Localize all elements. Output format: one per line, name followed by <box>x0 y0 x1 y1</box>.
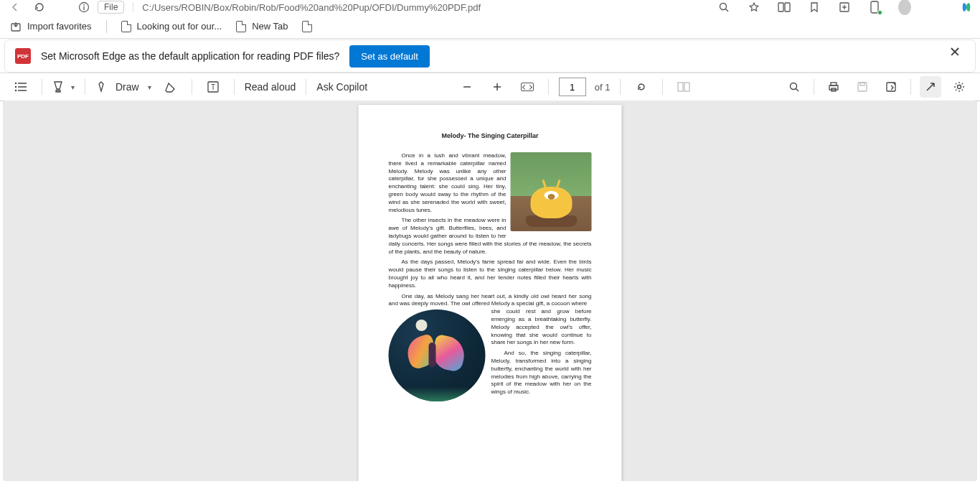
close-prompt-button[interactable] <box>945 46 965 66</box>
scheme-label: File <box>98 1 124 14</box>
page-icon <box>121 21 131 32</box>
close-icon <box>950 51 960 61</box>
separator <box>234 79 235 95</box>
profile-avatar[interactable] <box>898 1 911 14</box>
save-button[interactable] <box>852 76 873 98</box>
separator <box>42 79 42 95</box>
separator <box>548 79 549 95</box>
site-info-icon[interactable] <box>77 1 90 14</box>
svg-rect-31 <box>860 83 864 85</box>
save-as-button[interactable] <box>880 76 902 98</box>
svg-rect-30 <box>858 83 867 91</box>
pdf-page: Melody- The Singing Caterpillar Once in … <box>359 105 622 481</box>
favorite-label: New Tab <box>252 21 288 32</box>
svg-rect-5 <box>778 3 783 11</box>
favorite-link-1[interactable]: Looking out for our... <box>121 21 222 32</box>
svg-point-25 <box>791 83 797 90</box>
svg-line-4 <box>726 9 729 12</box>
page-icon <box>302 21 312 32</box>
svg-rect-28 <box>829 85 838 90</box>
collections-icon[interactable] <box>808 1 821 14</box>
page-icon <box>236 21 246 32</box>
pdf-default-prompt: PDF Set Microsoft Edge as the default ap… <box>4 39 976 73</box>
print-button[interactable] <box>823 76 844 98</box>
document-title: Melody- The Singing Caterpillar <box>389 132 592 139</box>
split-screen-icon[interactable] <box>778 1 791 14</box>
contents-button[interactable] <box>10 76 32 98</box>
set-default-button[interactable]: Set as default <box>349 45 430 68</box>
highlight-button[interactable]: ▾ <box>52 80 75 93</box>
svg-rect-6 <box>785 3 790 11</box>
svg-rect-2 <box>83 6 84 10</box>
pdf-icon: PDF <box>15 48 31 64</box>
favorite-label: Looking out for our... <box>137 21 222 32</box>
back-button[interactable] <box>9 1 22 14</box>
read-aloud-button[interactable]: Read aloud <box>245 81 296 93</box>
zoom-out-button[interactable] <box>456 76 478 98</box>
chevron-down-icon: ▾ <box>71 83 75 91</box>
svg-point-1 <box>83 4 85 6</box>
favorite-icon[interactable] <box>748 1 760 14</box>
page-view-button[interactable] <box>673 76 694 98</box>
svg-rect-24 <box>684 83 689 91</box>
browser-nav-bar: File C:/Users/ROBIN/Box/Robin/Rob/Food%2… <box>0 0 980 14</box>
draw-button[interactable]: Draw ▾ <box>95 80 151 93</box>
settings-button[interactable] <box>948 76 970 98</box>
extensions-icon[interactable] <box>838 1 851 14</box>
fit-width-button[interactable] <box>517 76 538 98</box>
import-favorites-label: Import favorites <box>27 21 92 32</box>
favorite-blank[interactable] <box>302 21 312 32</box>
separator <box>662 79 663 95</box>
svg-point-3 <box>720 4 727 10</box>
address-bar[interactable]: File C:/Users/ROBIN/Box/Robin/Rob/Food%2… <box>77 1 481 14</box>
phone-sync-icon[interactable] <box>868 1 881 14</box>
rotate-button[interactable] <box>631 76 652 98</box>
fullscreen-button[interactable] <box>920 76 941 98</box>
prompt-text: Set Microsoft Edge as the default applic… <box>41 50 339 62</box>
find-button[interactable] <box>783 76 805 98</box>
svg-line-26 <box>796 89 799 92</box>
paragraph-4: One day, as Melody sang her heart out, a… <box>389 293 592 309</box>
ask-copilot-button[interactable]: Ask Copilot <box>316 81 367 93</box>
svg-point-16 <box>15 90 17 91</box>
zoom-in-button[interactable] <box>486 76 508 98</box>
paragraph-3: As the days passed, Melody's fame spread… <box>389 259 592 289</box>
import-favorites-button[interactable]: Import favorites <box>10 21 92 32</box>
fit-icon <box>521 83 534 91</box>
favorites-bar: Import favorites Looking out for our... … <box>0 14 980 39</box>
page-number-input[interactable] <box>559 78 586 96</box>
svg-point-14 <box>15 86 17 88</box>
pdf-toolbar: ▾ Draw ▾ T Read aloud Ask Copilot of 1 <box>0 73 980 101</box>
search-icon[interactable] <box>717 1 730 14</box>
svg-text:T: T <box>211 83 215 91</box>
copilot-icon[interactable] <box>960 1 973 14</box>
svg-point-12 <box>15 83 17 84</box>
separator <box>910 79 911 95</box>
separator <box>192 79 192 95</box>
url-text: C:/Users/ROBIN/Box/Robin/Rob/Food%20and%… <box>142 2 481 13</box>
chevron-down-icon: ▾ <box>148 83 151 91</box>
erase-button[interactable] <box>160 76 182 98</box>
add-text-button[interactable]: T <box>202 76 224 98</box>
refresh-button[interactable] <box>33 1 46 14</box>
pdf-viewer[interactable]: Melody- The Singing Caterpillar Once in … <box>3 101 977 481</box>
butterfly-image <box>389 310 486 401</box>
svg-rect-23 <box>678 83 683 91</box>
favorite-link-2[interactable]: New Tab <box>236 21 288 32</box>
svg-point-33 <box>958 85 961 89</box>
separator <box>85 79 85 95</box>
draw-label: Draw <box>116 81 139 93</box>
separator <box>106 20 107 33</box>
separator <box>620 79 621 95</box>
caterpillar-image <box>511 152 592 231</box>
separator <box>814 79 814 95</box>
page-total-label: of 1 <box>595 82 611 93</box>
separator <box>306 79 306 95</box>
